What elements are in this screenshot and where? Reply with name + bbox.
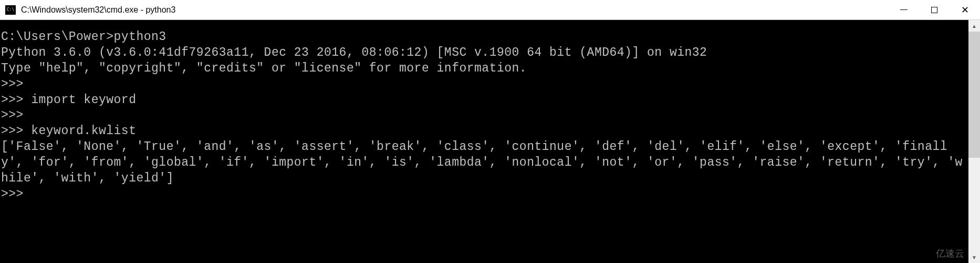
terminal-wrapper: C:\Users\Power>python3 Python 3.6.0 (v3.… — [0, 20, 980, 263]
minimize-button[interactable] — [889, 0, 919, 19]
minimize-icon — [900, 9, 908, 10]
repl-prompt: >>> — [1, 187, 24, 201]
scrollbar-thumb[interactable] — [968, 32, 980, 158]
close-icon: ✕ — [961, 5, 969, 15]
window-controls: ✕ — [889, 0, 980, 19]
scrollbar-down-button[interactable]: ▼ — [968, 251, 980, 263]
repl-prompt: >>> — [1, 77, 24, 91]
kwlist-output: ['False', 'None', 'True', 'and', 'as', '… — [1, 140, 963, 185]
import-line: >>> import keyword — [1, 93, 136, 107]
close-button[interactable]: ✕ — [950, 0, 980, 19]
cmd-icon: C:\ — [5, 5, 16, 15]
window-titlebar: C:\ C:\Windows\system32\cmd.exe - python… — [0, 0, 980, 20]
repl-prompt: >>> — [1, 108, 24, 122]
scrollbar-up-button[interactable]: ▲ — [968, 20, 980, 32]
kwlist-line: >>> keyword.kwlist — [1, 124, 136, 138]
cmd-icon-label: C:\ — [7, 8, 14, 12]
maximize-button[interactable] — [919, 0, 950, 19]
scrollbar-track[interactable] — [968, 32, 980, 251]
help-line: Type "help", "copyright", "credits" or "… — [1, 62, 527, 75]
terminal-output[interactable]: C:\Users\Power>python3 Python 3.6.0 (v3.… — [0, 20, 968, 263]
vertical-scrollbar[interactable]: ▲ ▼ — [968, 20, 980, 263]
prompt-line: C:\Users\Power>python3 — [1, 30, 166, 44]
maximize-icon — [931, 7, 937, 13]
version-line: Python 3.6.0 (v3.6.0:41df79263a11, Dec 2… — [1, 46, 707, 59]
window-title: C:\Windows\system32\cmd.exe - python3 — [21, 5, 889, 15]
